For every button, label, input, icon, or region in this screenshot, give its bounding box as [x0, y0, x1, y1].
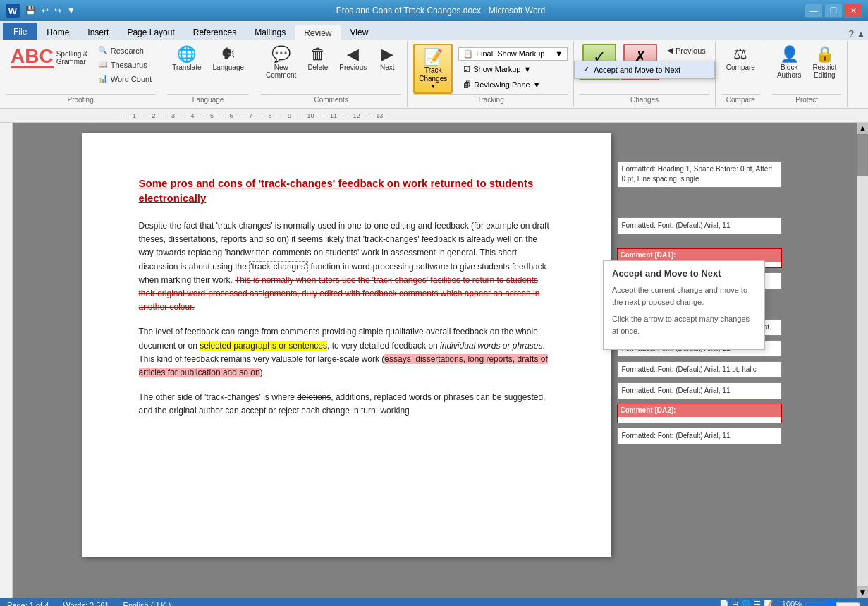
language-icon: 🗣	[221, 47, 236, 62]
comments-spacer-3	[617, 238, 782, 244]
block-authors-icon: 👤	[780, 47, 799, 62]
delete-comment-icon: 🗑	[310, 47, 326, 62]
word-count-btn[interactable]: 📊 Word Count	[94, 72, 156, 85]
deleted-word: deletions	[297, 392, 331, 402]
ribbon-tabs: File Home Insert Page Layout References …	[0, 21, 868, 40]
zoom-label: 100%	[782, 600, 802, 606]
proofing-items: ABC Spelling &Grammar 🔍 Research 📖 Thesa…	[6, 44, 155, 94]
compare-btn[interactable]: ⚖ Compare	[721, 44, 760, 74]
quick-access: 💾 ↩ ↪ ▼	[24, 4, 77, 17]
group-changes: ✓ Accept ▼ ✗ Reject ▼	[574, 41, 716, 107]
formatted-comment-7-text: Formatted: Font: (Default) Arial, 11	[622, 387, 731, 394]
zoom-slider[interactable]	[805, 600, 861, 606]
comments-group-label: Comments	[261, 94, 401, 104]
previous-comment-btn[interactable]: ◀ Previous	[334, 44, 372, 74]
scroll-up-btn[interactable]: ▲	[857, 123, 868, 134]
tab-insert[interactable]: Insert	[78, 24, 118, 40]
translate-icon: 🌐	[177, 47, 196, 62]
new-comment-btn[interactable]: 💬 NewComment	[261, 44, 301, 82]
thesaurus-icon: 📖	[98, 60, 108, 69]
spelling-grammar-btn[interactable]: ABC Spelling &Grammar	[6, 44, 93, 71]
scroll-down-btn[interactable]: ▼	[857, 586, 868, 598]
block-authors-label: BlockAuthors	[777, 63, 801, 79]
document-title[interactable]: Some pros and cons of 'track-changes' fe…	[139, 176, 555, 205]
outline-btn[interactable]: ☰	[754, 600, 761, 606]
customize-quick-btn[interactable]: ▼	[66, 4, 77, 17]
show-markup-options-icon: ☑	[463, 65, 470, 74]
vertical-scrollbar[interactable]: ▲ ▼	[857, 123, 868, 598]
accept-move-next-item[interactable]: ✓ Accept and Move to Next	[575, 61, 714, 78]
track-changes-arrow: ▼	[430, 83, 436, 90]
ribbon-minimize-icon[interactable]: ▲	[857, 29, 865, 39]
accept-dropdown-menu: ✓ Accept and Move to Next	[574, 61, 715, 79]
document-with-comments: Some pros and cons of 'track-changes' fe…	[82, 133, 788, 587]
ribbon: File Home Insert Page Layout References …	[0, 21, 868, 109]
draft-btn[interactable]: 📝	[764, 600, 774, 606]
translate-btn[interactable]: 🌐 Translate	[167, 44, 206, 74]
page-scroll-area[interactable]: Some pros and cons of 'track-changes' fe…	[13, 123, 857, 598]
undo-quick-btn[interactable]: ↩	[40, 4, 50, 17]
vertical-ruler	[0, 123, 13, 598]
save-quick-btn[interactable]: 💾	[24, 4, 37, 17]
research-icon: 🔍	[98, 46, 108, 55]
tracking-dropdowns: 📋 Final: Show Markup ▼ ☑ Show Markup ▼ 🗐…	[458, 47, 568, 91]
previous-comment-label: Previous	[339, 63, 367, 71]
accept-move-next-label: Accept and Move to Next	[594, 66, 680, 74]
prev-comment-icon: ◀	[347, 47, 359, 62]
show-markup-options-btn[interactable]: ☑ Show Markup ▼	[458, 63, 568, 76]
tracking-group-label: Tracking	[413, 94, 568, 104]
show-markup-options-arrow: ▼	[524, 65, 532, 73]
reviewing-pane-label: Reviewing Pane	[474, 80, 530, 89]
show-markup-dropdown[interactable]: 📋 Final: Show Markup ▼	[458, 47, 568, 61]
restrict-editing-btn[interactable]: 🔒 RestrictEditing	[807, 44, 841, 82]
tab-mailings[interactable]: Mailings	[245, 24, 295, 40]
tracking-items: 📝 TrackChanges ▼ 📋 Final: Show Markup ▼ …	[413, 44, 568, 94]
tooltip-line2: Click the arrow to accept many changes a…	[612, 313, 756, 337]
deleted-text-1: This is normally when tutors use the 'tr…	[139, 275, 540, 312]
track-changes-label: TrackChanges	[419, 66, 447, 83]
tab-references[interactable]: References	[184, 24, 245, 40]
previous-change-btn[interactable]: ◀ Previous	[664, 44, 709, 57]
tab-home[interactable]: Home	[37, 24, 78, 40]
delete-comment-label: Delete	[307, 63, 328, 71]
ribbon-content: ABC Spelling &Grammar 🔍 Research 📖 Thesa…	[0, 40, 868, 108]
title-bar: W 💾 ↩ ↪ ▼ Pros and Cons of Track Changes…	[0, 0, 868, 21]
formatted-comment-2: Formatted: Font: (Default) Arial, 11	[617, 217, 782, 234]
new-comment-icon: 💬	[271, 47, 291, 62]
scroll-thumb[interactable]	[857, 134, 868, 176]
close-btn[interactable]: ✕	[844, 4, 862, 18]
print-layout-btn[interactable]: 📄	[719, 600, 729, 606]
new-comment-label: NewComment	[266, 63, 296, 79]
block-authors-btn[interactable]: 👤 BlockAuthors	[772, 44, 806, 82]
tab-view[interactable]: View	[341, 24, 378, 40]
language-btn[interactable]: 🗣 Language	[208, 44, 250, 74]
track-changes-btn[interactable]: 📝 TrackChanges ▼	[413, 44, 453, 94]
restrict-editing-icon: 🔒	[815, 47, 834, 62]
scroll-track[interactable]	[857, 134, 868, 586]
ribbon-help-icon[interactable]: ?	[848, 28, 854, 40]
reviewing-pane-arrow: ▼	[533, 80, 541, 89]
formatted-comment-1: Formatted: Heading 1, Space Before: 0 pt…	[617, 161, 782, 188]
thesaurus-btn[interactable]: 📖 Thesaurus	[94, 58, 156, 71]
delete-comment-btn[interactable]: 🗑 Delete	[302, 44, 333, 74]
tab-file[interactable]: File	[3, 23, 37, 40]
paragraph-2: The level of feedback can range from com…	[139, 325, 555, 380]
tab-page-layout[interactable]: Page Layout	[118, 24, 183, 40]
proofing-sub-btns: 🔍 Research 📖 Thesaurus 📊 Word Count	[94, 44, 156, 85]
comment-da2-header: Comment [DA2]:	[618, 404, 781, 417]
web-layout-btn[interactable]: 🌐	[741, 600, 751, 606]
minimize-btn[interactable]: —	[805, 4, 823, 18]
redo-quick-btn[interactable]: ↪	[53, 4, 63, 17]
reviewing-pane-btn[interactable]: 🗐 Reviewing Pane ▼	[458, 78, 568, 91]
formatted-comment-6: Formatted: Font: (Default) Arial, 11 pt,…	[617, 361, 782, 378]
word-count-label: Word Count	[111, 75, 152, 83]
research-btn[interactable]: 🔍 Research	[94, 44, 156, 57]
accept-move-next-icon: ✓	[583, 65, 589, 74]
restore-btn[interactable]: ❐	[824, 4, 843, 18]
next-comment-btn[interactable]: ▶ Next	[373, 44, 401, 74]
group-compare: ⚖ Compare Compare	[716, 41, 766, 107]
tab-review[interactable]: Review	[295, 25, 341, 40]
tooltip-title: Accept and Move to Next	[612, 268, 756, 279]
full-screen-btn[interactable]: ⊞	[732, 600, 738, 606]
compare-group-label: Compare	[721, 94, 760, 104]
